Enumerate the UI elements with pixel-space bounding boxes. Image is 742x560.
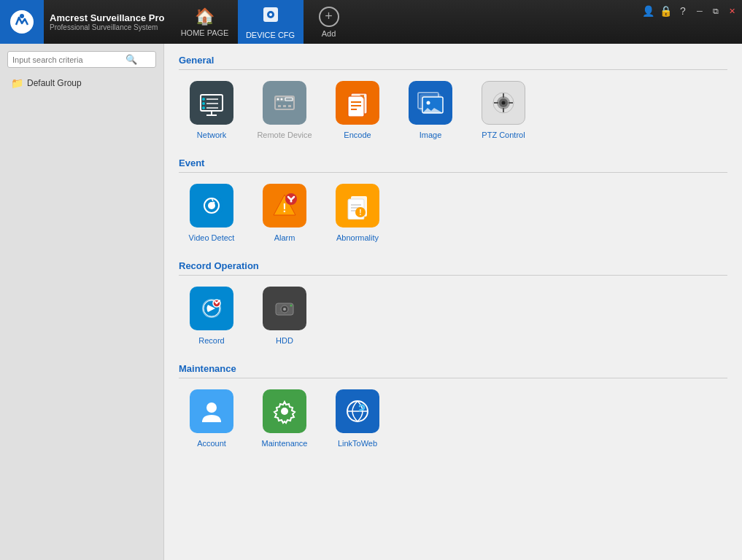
svg-rect-16 — [278, 105, 281, 107]
image-icon-box — [409, 81, 452, 125]
nav-tabs: 🏠 HOME PAGE DEVICE CFG + Add — [172, 0, 355, 44]
svg-text:!: ! — [359, 209, 361, 217]
section-general-header: General — [179, 55, 727, 70]
svg-point-35 — [427, 101, 430, 105]
home-icon: 🏠 — [195, 7, 215, 26]
abnormality-item[interactable]: ! Abnormality — [325, 184, 390, 242]
minimize-button[interactable]: ─ — [692, 4, 707, 18]
maintenance-grid: Account Maintenance — [179, 389, 727, 448]
svg-point-67 — [283, 308, 286, 311]
video-detect-icon-box — [190, 184, 233, 228]
maintenance-icon-box — [263, 389, 306, 433]
record-grid: Record HDD — [179, 287, 727, 345]
svg-point-49 — [213, 202, 215, 204]
linktoweb-label: LinkToWeb — [338, 439, 377, 448]
search-icon[interactable]: 🔍 — [125, 54, 137, 65]
tab-device-cfg[interactable]: DEVICE CFG — [238, 0, 304, 44]
alarm-icon-box: ! — [263, 184, 306, 228]
svg-point-68 — [290, 305, 293, 307]
sidebar: 🔍 📁 Default Group — [0, 44, 164, 560]
linktoweb-item[interactable]: LinkToWeb — [325, 389, 390, 448]
svg-point-20 — [281, 98, 283, 101]
linktoweb-icon-box — [336, 389, 379, 433]
encode-icon-box — [336, 81, 379, 125]
person-icon[interactable]: 👤 — [640, 3, 656, 19]
account-label: Account — [197, 439, 226, 448]
network-item[interactable]: Network — [179, 81, 244, 139]
record-icon-box — [190, 287, 233, 330]
svg-point-70 — [206, 402, 217, 413]
record-label: Record — [198, 336, 224, 345]
svg-point-40 — [502, 101, 506, 105]
ptz-control-label: PTZ Control — [482, 131, 525, 139]
ptz-control-item[interactable]: PTZ Control — [471, 81, 536, 139]
group-folder-icon: 📁 — [11, 77, 23, 89]
event-grid: Video Detect ! Alarm — [179, 184, 727, 242]
main-content: General Network — [164, 44, 742, 560]
svg-rect-17 — [283, 105, 286, 107]
abnormality-label: Abnormality — [336, 233, 379, 242]
video-detect-item[interactable]: Video Detect — [179, 184, 244, 242]
image-item[interactable]: Image — [398, 81, 463, 139]
remote-device-icon-box — [263, 81, 306, 125]
restore-button[interactable]: ⧉ — [708, 4, 723, 18]
general-grid: Network Remote Device — [179, 81, 727, 139]
lock-icon[interactable]: 🔒 — [657, 3, 673, 19]
titlebar-controls: 👤 🔒 ? ─ ⧉ ✕ — [640, 0, 742, 22]
help-icon[interactable]: ? — [675, 3, 691, 19]
titlebar: Amcrest Surveillance Pro Professional Su… — [0, 0, 742, 44]
record-item[interactable]: Record — [179, 287, 244, 345]
alarm-label: Alarm — [274, 233, 295, 242]
hdd-label: HDD — [276, 336, 293, 345]
abnormality-icon-box: ! — [336, 184, 379, 228]
search-bar: 🔍 — [7, 51, 156, 68]
close-button[interactable]: ✕ — [724, 4, 739, 18]
hdd-icon-box — [263, 287, 306, 330]
add-icon: + — [319, 7, 339, 27]
encode-label: Encode — [344, 131, 371, 139]
search-input[interactable] — [12, 55, 125, 64]
svg-point-1 — [20, 14, 24, 18]
svg-rect-69 — [277, 312, 283, 314]
svg-point-4 — [269, 13, 272, 16]
account-item[interactable]: Account — [179, 389, 244, 448]
section-event-header: Event — [179, 158, 727, 173]
ptz-icon-box — [482, 81, 525, 125]
network-label: Network — [197, 131, 226, 139]
hdd-item[interactable]: HDD — [252, 287, 317, 345]
section-maintenance-header: Maintenance — [179, 363, 727, 378]
svg-point-53 — [290, 201, 293, 203]
remote-device-item[interactable]: Remote Device — [252, 81, 317, 139]
maintenance-label: Maintenance — [262, 439, 308, 448]
app-title: Amcrest Surveillance Pro Professional Su… — [50, 12, 165, 31]
svg-point-9 — [202, 102, 205, 105]
alarm-item[interactable]: ! Alarm — [252, 184, 317, 242]
remote-device-label: Remote Device — [257, 131, 312, 139]
encode-item[interactable]: Encode — [325, 81, 390, 139]
maintenance-setting-item[interactable]: Maintenance — [252, 389, 317, 448]
main-layout: 🔍 📁 Default Group General — [0, 44, 742, 560]
section-record-header: Record Operation — [179, 260, 727, 276]
image-label: Image — [420, 131, 442, 139]
account-icon-box — [190, 389, 233, 433]
svg-point-71 — [281, 408, 288, 415]
svg-point-10 — [202, 106, 205, 109]
app-logo — [0, 0, 44, 44]
default-group-item[interactable]: 📁 Default Group — [7, 75, 156, 91]
network-icon-box — [190, 81, 233, 125]
device-cfg-icon — [261, 5, 280, 28]
svg-text:!: ! — [282, 202, 286, 214]
tab-add[interactable]: + Add — [304, 0, 355, 44]
video-detect-label: Video Detect — [189, 233, 235, 242]
svg-point-8 — [202, 98, 205, 101]
tab-home[interactable]: 🏠 HOME PAGE — [172, 0, 238, 44]
svg-point-19 — [277, 98, 279, 101]
svg-rect-18 — [288, 105, 291, 107]
